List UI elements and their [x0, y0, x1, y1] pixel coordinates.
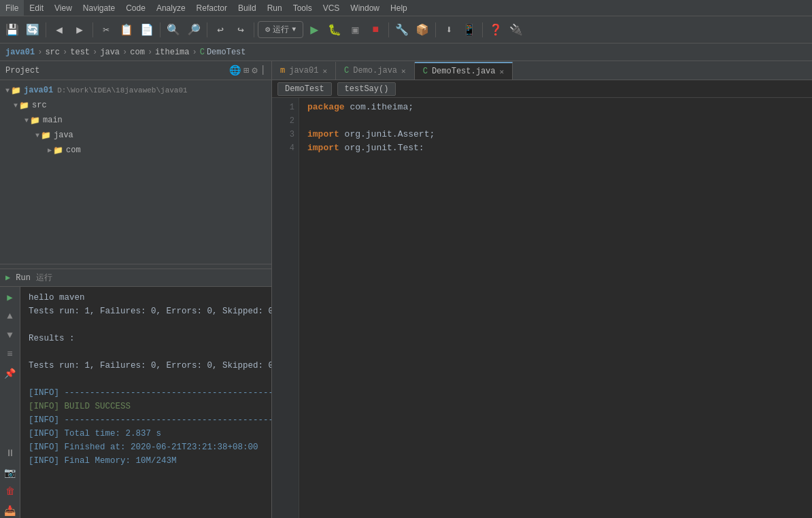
toolbar-ext[interactable]: 🔌 [507, 20, 526, 39]
tab-demotest-close[interactable]: ✕ [500, 67, 505, 76]
run-config-button[interactable]: ⚙ 运行 ▼ [258, 21, 303, 38]
toolbar-back[interactable]: ◀ [50, 20, 69, 39]
tree-main[interactable]: ▼ 📁 main [0, 113, 271, 128]
menu-tools[interactable]: Tools [288, 0, 318, 16]
tab-java01-close[interactable]: ✕ [322, 67, 327, 75]
code-line-1: package com.itheima; [307, 101, 804, 114]
run-header-icon: ▶ [5, 273, 10, 283]
toolbar-forward[interactable]: ▶ [70, 20, 89, 39]
tree-com[interactable]: ▶ 📁 com [0, 143, 271, 158]
run-scroll-down[interactable]: ▼ [3, 328, 18, 343]
toolbar-sdk[interactable]: 📱 [460, 20, 479, 39]
tree-arrow-main: ▼ [24, 117, 29, 124]
tree-label-src: src [32, 101, 47, 110]
toolbar-build2[interactable]: 📦 [413, 20, 432, 39]
keyword-package: package [307, 101, 345, 114]
breadcrumb-java[interactable]: java [100, 48, 120, 57]
toolbar-coverage[interactable]: ▣ [345, 20, 365, 39]
run-play-btn[interactable]: ▶ [3, 290, 18, 305]
toolbar-redo[interactable]: ↪ [231, 20, 250, 39]
menu-window[interactable]: Window [345, 0, 385, 16]
menu-analyze[interactable]: Analyze [151, 0, 191, 16]
tree-scrollbar-h[interactable] [0, 264, 271, 269]
menu-refactor[interactable]: Refactor [191, 0, 233, 16]
folder-icon-java: 📁 [41, 131, 51, 141]
tree-src[interactable]: ▼ 📁 src [0, 98, 271, 113]
panel-icon-pin[interactable]: | [260, 65, 266, 76]
editor-panel: m java01 ✕ C Demo.java ✕ C DemoTest.java… [272, 61, 812, 518]
toolbar-help[interactable]: ❓ [486, 20, 505, 39]
code-line-3: import org.junit.Assert; [307, 128, 804, 141]
toolbar-copy[interactable]: 📋 [117, 20, 136, 39]
toolbar-sep-3 [160, 22, 160, 37]
tree-java[interactable]: ▼ 📁 java [0, 128, 271, 143]
output-line-11: [INFO] Total time: 2.837 s [29, 427, 263, 441]
breadcrumb-itheima[interactable]: itheima [155, 48, 189, 57]
menu-edit[interactable]: Edit [24, 0, 49, 16]
toolbar: 💾 🔄 ◀ ▶ ✂ 📋 📄 🔍 🔎 ↩ ↪ ⚙ 运行 ▼ ▶ 🐛 ▣ ■ 🔧 📦… [0, 16, 812, 44]
run-pin[interactable]: 📌 [3, 366, 18, 381]
panel-icon-layout[interactable]: ⊞ [243, 65, 249, 76]
panel-icon-globe[interactable]: 🌐 [229, 65, 241, 76]
run-output: hello maven Tests run: 1, Failures: 0, E… [20, 287, 271, 518]
class-selector[interactable]: DemoTest [277, 82, 332, 96]
output-line-8: [INFO] ---------------------------------… [29, 386, 263, 400]
run-wrap[interactable]: ≡ [3, 347, 18, 362]
pkg-name-2: org.junit.Assert; [339, 128, 435, 141]
menu-bar: File Edit View Navigate Code Analyze Ref… [0, 0, 812, 16]
toolbar-find[interactable]: 🔎 [184, 20, 203, 39]
menu-navigate[interactable]: Navigate [78, 0, 120, 16]
tab-java01[interactable]: m java01 ✕ [272, 62, 336, 80]
breadcrumb-src[interactable]: src [45, 48, 60, 57]
output-line-5 [29, 345, 263, 359]
menu-file[interactable]: File [0, 0, 24, 16]
file-tree: ▼ 📁 java01 D:\Work\IDEA\18javaweb\java01… [0, 80, 271, 264]
run-scroll-up[interactable]: ▲ [3, 309, 18, 324]
run-panel-title: Run [16, 273, 31, 283]
tab-demojava-close[interactable]: ✕ [401, 67, 406, 75]
run-panel-label: 运行 [36, 272, 52, 283]
project-panel-header: Project 🌐 ⊞ ⚙ | [0, 61, 271, 80]
menu-build[interactable]: Build [233, 0, 262, 16]
panel-icon-gear[interactable]: ⚙ [252, 65, 257, 76]
run-pause[interactable]: ⏸ [3, 446, 18, 461]
panel-header-icons: 🌐 ⊞ ⚙ | [229, 65, 266, 76]
menu-view[interactable]: View [49, 0, 78, 16]
run-import[interactable]: 📥 [3, 503, 18, 518]
tree-arrow-java01: ▼ [5, 87, 10, 94]
left-panel: Project 🌐 ⊞ ⚙ | ▼ 📁 java01 D:\Work\IDEA\… [0, 61, 272, 518]
toolbar-search[interactable]: 🔍 [164, 20, 183, 39]
toolbar-build[interactable]: 🔧 [392, 20, 411, 39]
tab-demotest[interactable]: C DemoTest.java ✕ [415, 62, 513, 80]
tab-bar: m java01 ✕ C Demo.java ✕ C DemoTest.java… [272, 61, 812, 80]
tab-demojava-icon: C [344, 66, 349, 75]
breadcrumb-test[interactable]: test [70, 48, 90, 57]
method-selector[interactable]: testSay() [337, 82, 396, 96]
toolbar-paste[interactable]: 📄 [137, 20, 156, 39]
menu-run[interactable]: Run [262, 0, 288, 16]
tab-demojava[interactable]: C Demo.java ✕ [336, 62, 415, 80]
run-trash[interactable]: 🗑 [3, 484, 18, 499]
run-play-button[interactable]: ▶ [305, 20, 324, 39]
toolbar-cut[interactable]: ✂ [97, 20, 116, 39]
tree-java01[interactable]: ▼ 📁 java01 D:\Work\IDEA\18javaweb\java01 [0, 83, 271, 98]
toolbar-save[interactable]: 💾 [3, 20, 22, 39]
toolbar-download[interactable]: ⬇ [439, 20, 458, 39]
breadcrumb-com[interactable]: com [130, 48, 145, 57]
code-content[interactable]: package com.itheima; import org.junit.As… [299, 98, 812, 518]
toolbar-undo[interactable]: ↩ [211, 20, 230, 39]
toolbar-sync[interactable]: 🔄 [23, 20, 42, 39]
breadcrumb-demotest[interactable]: CDemoTest [200, 48, 246, 57]
code-line-4: import org.junit.Test: [307, 141, 804, 155]
run-camera[interactable]: 📷 [3, 465, 18, 480]
toolbar-stop[interactable]: ■ [366, 20, 385, 39]
menu-vcs[interactable]: VCS [318, 0, 345, 16]
toolbar-debug[interactable]: 🐛 [325, 20, 344, 39]
code-editor[interactable]: 1 2 3 4 package com.itheima; import org.… [272, 98, 812, 518]
tab-demojava-label: Demo.java [353, 66, 397, 75]
output-line-1: hello maven [29, 291, 263, 305]
tab-demotest-label: DemoTest.java [432, 67, 496, 76]
breadcrumb-project[interactable]: java01 [5, 48, 35, 57]
menu-code[interactable]: Code [120, 0, 151, 16]
menu-help[interactable]: Help [385, 0, 413, 16]
